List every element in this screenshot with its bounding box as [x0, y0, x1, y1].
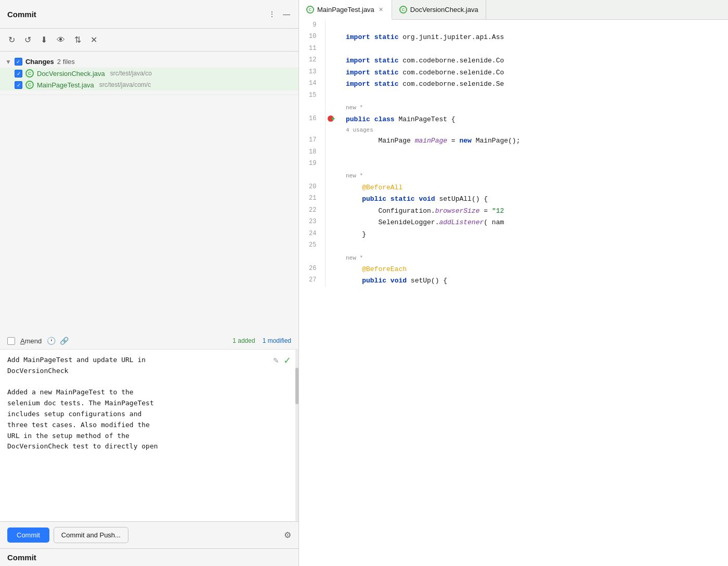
download-icon[interactable]: ⬇ — [40, 34, 48, 46]
commit-message-input[interactable]: Add MainPageTest and update URL in DocVe… — [0, 350, 295, 521]
code-line — [337, 158, 728, 170]
bottom-commit-label-area: Commit — [0, 548, 298, 566]
usages-hint: 4 usages — [337, 125, 728, 135]
gutter — [325, 90, 337, 101]
table-row: new * — [299, 170, 728, 181]
more-options-icon[interactable]: ⋮ — [267, 9, 277, 19]
settings-icon[interactable]: ⚙ — [284, 530, 291, 540]
amend-bar: Amend 🕐 🔗 1 added 1 modified — [0, 332, 298, 350]
line-number — [299, 125, 325, 135]
line-number: 21 — [299, 193, 325, 204]
table-row: new * — [299, 101, 728, 113]
gutter — [325, 67, 337, 78]
gutter — [325, 193, 337, 204]
table-row: 16 ▶ public class MainPageTest { — [299, 113, 728, 126]
edit-icon[interactable]: ✎ — [273, 356, 279, 365]
tab-label-1: MainPageTest.java — [317, 6, 374, 14]
changes-checkbox[interactable]: ✓ — [15, 58, 22, 66]
editor-panel: C MainPageTest.java ✕ C DocVersionCheck.… — [299, 0, 728, 566]
scrollbar-thumb[interactable] — [295, 368, 298, 404]
gutter — [325, 252, 337, 263]
line-number: 11 — [299, 43, 325, 55]
gutter — [325, 170, 337, 181]
panel-header: Commit ⋮ — — [0, 0, 298, 29]
table-row: 17 MainPage mainPage = new MainPage(); — [299, 135, 728, 146]
amend-checkbox[interactable] — [7, 337, 15, 345]
history-icon[interactable]: 🕐 — [47, 337, 56, 345]
file-item-mainpagetest[interactable]: ✓ C MainPageTest.java src/test/java/com/… — [0, 79, 298, 91]
scrollbar-track — [295, 350, 298, 521]
gutter — [325, 43, 337, 55]
run-green-arrow: ▶ — [332, 114, 335, 123]
gutter — [325, 205, 337, 216]
line-number: 14 — [299, 78, 325, 89]
eye-icon[interactable]: 👁 — [56, 34, 66, 46]
amend-icons: 🕐 🔗 — [47, 337, 69, 345]
chevron-down-icon: ▼ — [5, 58, 11, 66]
tabs-bar: C MainPageTest.java ✕ C DocVersionCheck.… — [299, 0, 728, 20]
line-number: 18 — [299, 147, 325, 158]
file-item-docversioncheck[interactable]: ✓ C DocVersionCheck.java src/test/java/c… — [0, 68, 298, 79]
gutter — [325, 182, 337, 193]
undo-icon[interactable]: ↺ — [23, 34, 32, 46]
table-row: 22 Configuration.browserSize = "12 — [299, 205, 728, 216]
code-line — [337, 20, 728, 31]
gutter[interactable]: ▶ — [325, 113, 337, 126]
bottom-commit-label: Commit — [7, 553, 36, 562]
panel-title: Commit — [7, 10, 36, 19]
line-number: 16 — [299, 113, 325, 126]
minimize-icon[interactable]: — — [282, 9, 291, 19]
line-number: 12 — [299, 55, 325, 66]
file-checkbox-2[interactable]: ✓ — [15, 81, 22, 89]
line-number: 27 — [299, 275, 325, 286]
close-all-icon[interactable]: ✕ — [89, 34, 98, 46]
gutter — [325, 216, 337, 228]
table-row: 26 @BeforeEach — [299, 263, 728, 275]
code-line: public class MainPageTest { — [337, 113, 728, 126]
table-row: 27 public void setUp() { — [299, 275, 728, 286]
message-action-icons: ✎ ✓ — [273, 355, 291, 366]
changes-header[interactable]: ▼ ✓ Changes 2 files — [0, 56, 298, 68]
stat-modified: 1 modified — [263, 337, 291, 344]
java-file-icon-2: C — [25, 81, 34, 89]
tab-label-2: DocVersionCheck.java — [410, 6, 478, 14]
expand-icon[interactable]: ⇅ — [73, 34, 82, 46]
table-row: 20 @BeforeAll — [299, 182, 728, 193]
tab-close-1[interactable]: ✕ — [378, 6, 384, 14]
line-number: 26 — [299, 263, 325, 275]
line-number: 19 — [299, 158, 325, 170]
table-row: 4 usages — [299, 125, 728, 135]
changes-section: ▼ ✓ Changes 2 files ✓ C DocVersionCheck.… — [0, 52, 298, 95]
table-row: 14 import static com.codeborne.selenide.… — [299, 78, 728, 89]
gutter — [325, 125, 337, 135]
refresh-icon[interactable]: ↻ — [7, 34, 16, 46]
gutter — [325, 240, 337, 251]
code-line: @BeforeAll — [337, 182, 728, 193]
file-name-2: MainPageTest.java — [37, 81, 94, 89]
commit-stats: 1 added 1 modified — [232, 337, 291, 344]
changes-label: Changes — [25, 58, 54, 66]
java-file-icon-1: C — [25, 69, 34, 78]
code-line — [337, 240, 728, 251]
gutter — [325, 31, 337, 43]
commit-push-button[interactable]: Commit and Push... — [54, 527, 128, 543]
check-icon: ✓ — [283, 355, 291, 366]
gutter — [325, 55, 337, 66]
table-row: 13 import static com.codeborne.selenide.… — [299, 67, 728, 78]
file-name-1: DocVersionCheck.java — [37, 70, 105, 78]
file-checkbox-1[interactable]: ✓ — [15, 70, 22, 78]
line-number: 23 — [299, 216, 325, 228]
commit-button[interactable]: Commit — [7, 528, 49, 543]
code-hint: new * — [337, 170, 728, 181]
tab-docversioncheck[interactable]: C DocVersionCheck.java — [392, 0, 486, 19]
tab-mainpagetest[interactable]: C MainPageTest.java ✕ — [299, 0, 392, 20]
code-line: Configuration.browserSize = "12 — [337, 205, 728, 216]
code-table: 9 10 import static org.junit.jupiter.api… — [299, 20, 728, 287]
line-number: 9 — [299, 20, 325, 31]
amend-label: Amend — [20, 337, 42, 345]
run-gutter-icon[interactable]: ▶ — [328, 114, 335, 123]
link-icon[interactable]: 🔗 — [60, 337, 69, 345]
table-row: 25 — [299, 240, 728, 251]
file-path-2: src/test/java/com/c — [99, 81, 151, 88]
gutter — [325, 78, 337, 89]
